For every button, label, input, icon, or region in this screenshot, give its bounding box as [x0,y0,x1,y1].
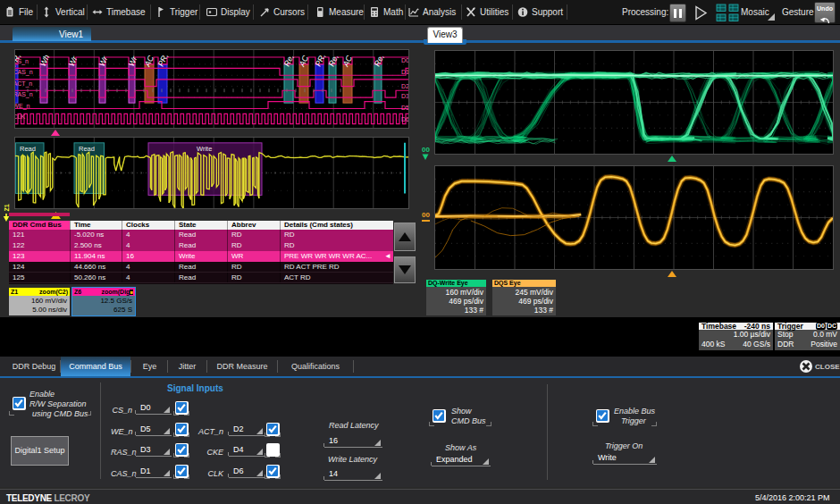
svg-text:CAS_n: CAS_n [15,69,33,76]
svg-text:CS_n: CS_n [15,58,29,65]
svg-text:Wr: Wr [127,55,139,68]
svg-text:PR,: PR, [156,52,170,67]
svg-text:PR,: PR, [314,52,327,67]
svg-text:D3: D3 [401,93,408,99]
svg-text:D6: D6 [401,116,408,122]
svg-text:WE_n: WE_n [15,103,30,110]
svg-text:Read: Read [20,145,36,153]
svg-text:CLK: CLK [15,113,25,120]
svg-text:RAS_n: RAS_n [15,91,33,98]
svg-text:D0: D0 [401,57,408,63]
svg-text:Re,: Re, [373,53,386,68]
svg-text:Wh: Wh [38,54,52,68]
svg-text:D1: D1 [401,69,408,75]
svg-text:Wr: Wr [67,55,80,68]
svg-text:Read: Read [79,145,95,153]
svg-text:D2: D2 [401,83,408,89]
svg-text:Wr: Wr [97,55,110,68]
svg-text:Re,: Re, [327,53,340,68]
svg-text:ACT_n: ACT_n [15,80,32,88]
svg-text:Write: Write [197,145,212,153]
svg-text:D5: D5 [401,105,408,112]
